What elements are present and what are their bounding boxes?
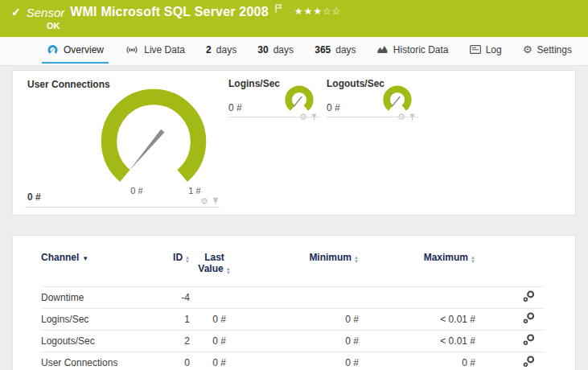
- mini-gauge-value: 0 #: [327, 102, 340, 113]
- tab-overview[interactable]: Overview: [42, 37, 109, 64]
- tab-number: 365: [315, 44, 331, 56]
- channel-actions-cell: [483, 309, 545, 331]
- channel-settings-gears-icon[interactable]: [523, 334, 535, 348]
- column-header-maximum[interactable]: Maximum▲▼: [367, 236, 483, 287]
- channel-actions-cell: [483, 352, 545, 370]
- channel-settings-gears-icon[interactable]: [523, 356, 535, 370]
- divider: [327, 117, 418, 117]
- channel-last-value-cell: [198, 287, 234, 309]
- tab-label: Overview: [64, 44, 104, 56]
- channel-id-cell: 0: [162, 352, 198, 370]
- channel-minimum-cell: 0 #: [234, 331, 367, 352]
- column-header-id[interactable]: ID▲▼: [162, 236, 198, 287]
- table-row[interactable]: Logins/Sec 1 0 # 0 # < 0.01 #: [41, 309, 545, 331]
- channel-name-cell: User Connections: [41, 352, 162, 370]
- channel-last-value-cell: 0 #: [198, 309, 234, 331]
- tab-365-days[interactable]: 365 days: [310, 37, 360, 64]
- table-row[interactable]: User Connections 0 0 # 0 # 0 #: [41, 352, 545, 370]
- channel-name-cell: Logins/Sec: [41, 309, 162, 331]
- object-kind-label: Sensor: [27, 6, 65, 19]
- divider: [25, 207, 220, 208]
- column-header-actions: [483, 236, 545, 287]
- channel-maximum-cell: < 0.01 #: [367, 309, 483, 331]
- sensor-title: WMI Microsoft SQL Server 2008: [70, 5, 268, 19]
- channel-minimum-cell: [234, 287, 367, 309]
- divider: [228, 117, 320, 117]
- tab-label: Live Data: [144, 44, 185, 56]
- channel-id-cell: 1: [162, 309, 198, 331]
- channel-last-value-cell: 0 #: [198, 331, 234, 352]
- sort-toggle-icon: ▲▼: [185, 256, 190, 264]
- log-icon: [470, 45, 481, 54]
- channel-name-cell: Downtime: [41, 287, 162, 309]
- tab-30-days[interactable]: 30 days: [253, 37, 298, 64]
- column-header-minimum[interactable]: Minimum▲▼: [234, 236, 367, 287]
- channel-table-body: Downtime -4 Logins/Sec 1 0 # 0 # < 0.01 …: [41, 287, 545, 370]
- sort-desc-icon: ▼: [82, 255, 88, 262]
- table-header-row: Channel▼ ID▲▼ Last Value▲▼ Minimum▲▼ Max…: [41, 236, 545, 287]
- tab-number: 2: [206, 44, 212, 56]
- tab-settings[interactable]: ⚙ Settings: [518, 37, 577, 64]
- tab-label: days: [216, 44, 236, 56]
- tab-bar: Overview Live Data 2 days 30 days 365 da…: [0, 37, 588, 66]
- mini-gauge-title: Logouts/Sec: [327, 78, 384, 89]
- channel-settings-gears-icon[interactable]: [523, 290, 535, 305]
- gauges-panel: User Connections 0 # 1 # 0 # ⚙ Logins/Se…: [12, 70, 576, 216]
- channel-last-value-cell: 0 #: [198, 352, 234, 370]
- tab-historic-data[interactable]: Historic Data: [372, 37, 454, 64]
- ok-check-icon: ✓: [11, 6, 21, 18]
- channel-id-cell: -4: [162, 287, 198, 309]
- channel-actions-cell: [483, 287, 545, 309]
- tab-label: days: [335, 44, 356, 56]
- sort-toggle-icon: ▲▼: [354, 256, 359, 264]
- priority-stars[interactable]: ★★★☆☆: [294, 6, 342, 17]
- channel-settings-gears-icon[interactable]: [523, 312, 535, 327]
- sensor-status-text: OK: [47, 21, 580, 31]
- channel-minimum-cell: 0 #: [234, 309, 367, 331]
- broadcast-icon: [125, 45, 139, 55]
- channel-id-cell: 2: [162, 331, 198, 352]
- column-header-last-value[interactable]: Last Value▲▼: [198, 236, 234, 287]
- tab-2-days[interactable]: 2 days: [201, 37, 241, 64]
- user-connections-gauge: [95, 83, 212, 200]
- main-gauge-value: 0 #: [27, 191, 41, 203]
- tab-log[interactable]: Log: [465, 37, 507, 64]
- sort-toggle-icon: ▲▼: [471, 256, 475, 264]
- channel-maximum-cell: [367, 287, 483, 309]
- mini-gauge-value: 0 #: [228, 102, 242, 113]
- channel-minimum-cell: 0 #: [234, 352, 367, 370]
- tab-label: Historic Data: [393, 44, 449, 56]
- tab-label: Settings: [537, 44, 572, 56]
- gear-icon: ⚙: [523, 44, 532, 55]
- area-chart-icon: [377, 45, 389, 54]
- channel-name-cell: Logouts/Sec: [41, 331, 162, 352]
- tab-label: Log: [486, 44, 502, 56]
- mini-gauge-title: Logins/Sec: [228, 78, 280, 89]
- gauge-settings-gear-icon[interactable]: ⚙: [200, 197, 208, 206]
- channels-panel: Channel▼ ID▲▼ Last Value▲▼ Minimum▲▼ Max…: [12, 235, 576, 370]
- sort-toggle-icon: ▲▼: [226, 267, 231, 275]
- channels-table: Channel▼ ID▲▼ Last Value▲▼ Minimum▲▼ Max…: [41, 236, 545, 370]
- channel-maximum-cell: 0 #: [367, 352, 483, 370]
- channel-maximum-cell: < 0.01 #: [367, 331, 483, 352]
- table-row[interactable]: Logouts/Sec 2 0 # 0 # < 0.01 #: [41, 331, 545, 352]
- sensor-status-bar: ✓ Sensor WMI Microsoft SQL Server 2008 ★…: [0, 0, 588, 37]
- tab-live-data[interactable]: Live Data: [120, 37, 190, 64]
- channel-actions-cell: [483, 331, 545, 352]
- table-row[interactable]: Downtime -4: [41, 287, 545, 309]
- tab-label: days: [273, 44, 294, 56]
- gauge-scale-min: 0 #: [125, 186, 149, 195]
- tab-number: 30: [257, 44, 268, 56]
- column-header-channel[interactable]: Channel▼: [41, 236, 162, 287]
- flag-icon[interactable]: [275, 2, 282, 16]
- gauge-icon: [47, 44, 59, 56]
